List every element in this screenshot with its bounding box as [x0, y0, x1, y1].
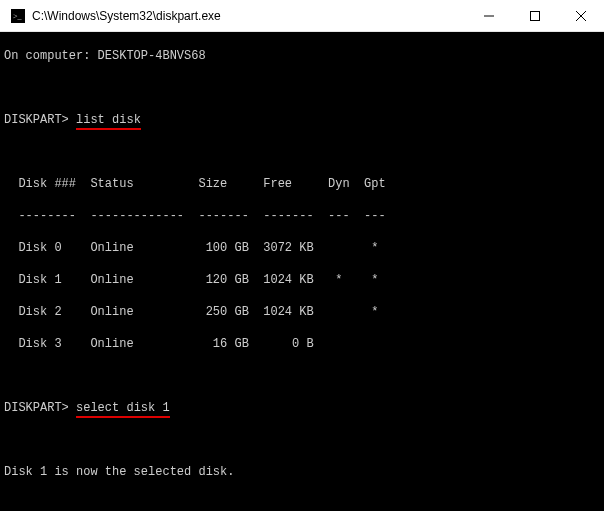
cmd-select-disk: select disk 1 [76, 400, 170, 416]
window-title: C:\Windows\System32\diskpart.exe [32, 9, 466, 23]
prompt: DISKPART> [4, 113, 69, 127]
maximize-button[interactable] [512, 0, 558, 31]
table-row: Disk 0 Online 100 GB 3072 KB * [0, 240, 604, 256]
svg-text:>_: >_ [13, 12, 23, 21]
prompt-line: DISKPART> list disk [0, 112, 604, 128]
table-header: Disk ### Status Size Free Dyn Gpt [0, 176, 604, 192]
output-line: Disk 1 is now the selected disk. [0, 464, 604, 480]
prompt: DISKPART> [4, 401, 69, 415]
table-separator: -------- ------------- ------- ------- -… [0, 208, 604, 224]
table-row: Disk 2 Online 250 GB 1024 KB * [0, 304, 604, 320]
blank-line [0, 368, 604, 384]
close-button[interactable] [558, 0, 604, 31]
output-line: On computer: DESKTOP-4BNVS68 [0, 48, 604, 64]
titlebar[interactable]: >_ C:\Windows\System32\diskpart.exe [0, 0, 604, 32]
app-icon: >_ [10, 8, 26, 24]
diskpart-window: >_ C:\Windows\System32\diskpart.exe On c… [0, 0, 604, 511]
svg-rect-3 [531, 11, 540, 20]
cmd-list-disk: list disk [76, 112, 141, 128]
blank-line [0, 496, 604, 511]
blank-line [0, 80, 604, 96]
blank-line [0, 144, 604, 160]
terminal-output[interactable]: On computer: DESKTOP-4BNVS68 DISKPART> l… [0, 32, 604, 511]
window-controls [466, 0, 604, 31]
table-row: Disk 3 Online 16 GB 0 B [0, 336, 604, 352]
minimize-button[interactable] [466, 0, 512, 31]
prompt-line: DISKPART> select disk 1 [0, 400, 604, 416]
blank-line [0, 432, 604, 448]
table-row: Disk 1 Online 120 GB 1024 KB * * [0, 272, 604, 288]
